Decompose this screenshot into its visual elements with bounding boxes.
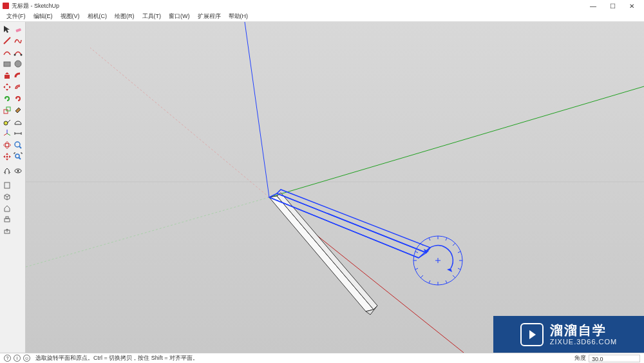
menu-draw[interactable]: 绘图(R) (111, 12, 138, 21)
svg-rect-5 (5, 75, 10, 79)
status-info-icon[interactable]: i (14, 355, 21, 362)
orbit-tool[interactable] (1, 139, 13, 151)
look-tool[interactable] (13, 165, 24, 177)
walk-tool[interactable] (1, 165, 13, 177)
freehand-tool[interactable] (13, 35, 24, 46)
watermark: 溜溜自学 ZIXUE.3D66.COM (493, 316, 644, 353)
arc2-tool[interactable] (13, 46, 24, 58)
app-icon (3, 3, 9, 9)
main-area (0, 22, 644, 353)
svg-rect-7 (6, 107, 10, 111)
paint-tool[interactable] (13, 104, 24, 116)
menu-view[interactable]: 视图(V) (57, 12, 84, 21)
minimize-button[interactable]: — (583, 1, 603, 11)
status-help-icon[interactable]: ? (4, 355, 11, 362)
close-button[interactable]: ✕ (622, 1, 641, 11)
svg-point-4 (15, 61, 21, 67)
svg-rect-17 (5, 219, 10, 222)
svg-point-15 (17, 170, 19, 172)
eraser-tool[interactable] (13, 23, 24, 35)
svg-rect-6 (4, 110, 8, 113)
status-hint: 选取旋转平面和原点。Ctrl = 切换拷贝，按住 Shift = 对齐平面。 (35, 354, 198, 362)
svg-point-12 (6, 156, 8, 158)
menu-edit[interactable]: 编辑(E) (30, 12, 57, 21)
rotate2-tool[interactable] (13, 93, 24, 104)
toolbar (0, 22, 26, 353)
circle-tool[interactable] (13, 58, 24, 70)
statusbar: ? i ☺ 选取旋转平面和原点。Ctrl = 切换拷贝，按住 Shift = 对… (0, 353, 644, 363)
paste-tool[interactable] (1, 179, 13, 191)
window-controls: — ☐ ✕ (583, 1, 641, 11)
rotate-tool[interactable] (1, 93, 13, 104)
axes-tool[interactable] (1, 128, 13, 139)
svg-point-8 (4, 121, 8, 125)
menu-extensions[interactable]: 扩展程序 (194, 12, 225, 21)
svg-point-10 (5, 142, 8, 148)
svg-point-2 (21, 54, 23, 56)
scale-tool[interactable] (1, 104, 13, 116)
menu-tools[interactable]: 工具(T) (138, 12, 166, 21)
svg-point-11 (15, 142, 20, 147)
maximize-button[interactable]: ☐ (603, 1, 622, 11)
menu-window[interactable]: 窗口(W) (165, 12, 194, 21)
pushpull-tool[interactable] (1, 70, 13, 81)
svg-rect-18 (6, 217, 8, 219)
dimension-tool[interactable] (13, 128, 24, 139)
svg-rect-0 (15, 28, 21, 32)
offset-tool[interactable] (13, 81, 24, 93)
status-user-icon[interactable]: ☺ (23, 355, 30, 362)
arc-tool[interactable] (1, 46, 13, 58)
protractor-tool[interactable] (13, 116, 24, 128)
watermark-title: 溜溜自学 (550, 322, 617, 338)
svg-point-1 (14, 54, 16, 56)
export-tool[interactable] (1, 226, 13, 237)
menu-help[interactable]: 帮助(H) (225, 12, 252, 21)
svg-point-9 (4, 144, 10, 147)
angle-value-input[interactable]: 30.0 (589, 355, 640, 362)
move-tool[interactable] (1, 81, 13, 93)
watermark-play-icon (520, 323, 544, 346)
angle-label: 角度 (574, 354, 586, 362)
menu-camera[interactable]: 相机(C) (84, 12, 111, 21)
tape-tool[interactable] (1, 116, 13, 128)
box-tool[interactable] (1, 191, 13, 202)
line-tool[interactable] (1, 35, 13, 46)
svg-rect-3 (4, 62, 10, 66)
menu-file[interactable]: 文件(F) (3, 12, 30, 21)
rectangle-tool[interactable] (1, 58, 13, 70)
zoom-tool[interactable] (13, 139, 24, 151)
titlebar: 无标题 - SketchUp — ☐ ✕ (0, 0, 644, 12)
pan-tool[interactable] (1, 151, 13, 162)
followme-tool[interactable] (13, 70, 24, 81)
home-tool[interactable] (1, 202, 13, 214)
svg-rect-16 (5, 182, 10, 188)
viewport[interactable] (26, 22, 644, 353)
menubar: 文件(F) 编辑(E) 视图(V) 相机(C) 绘图(R) 工具(T) 窗口(W… (0, 12, 644, 22)
zoomext-tool[interactable] (13, 151, 24, 162)
window-title: 无标题 - SketchUp (12, 2, 583, 10)
watermark-subtitle: ZIXUE.3D66.COM (550, 338, 617, 346)
print-tool[interactable] (1, 214, 13, 226)
select-tool[interactable] (1, 23, 13, 35)
svg-rect-20 (26, 22, 644, 353)
